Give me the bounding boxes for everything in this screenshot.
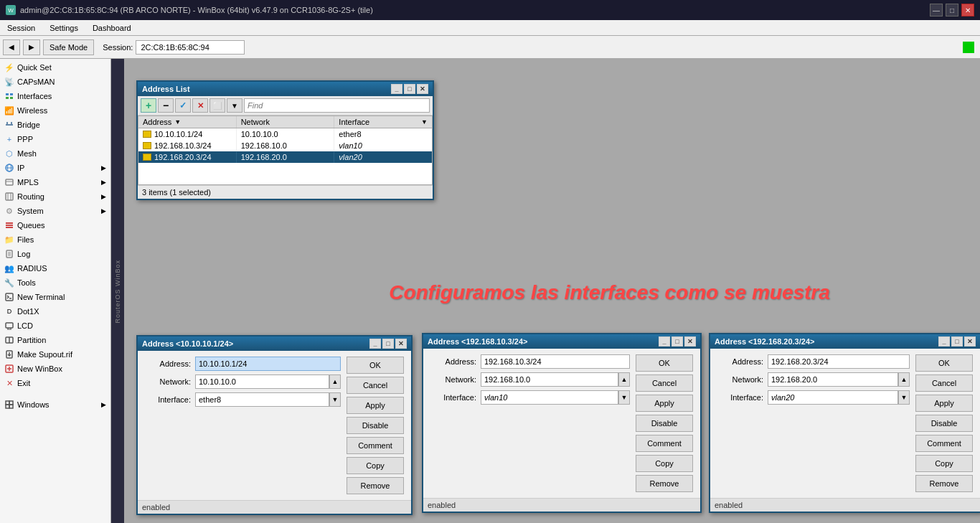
dialog2-close-btn[interactable]: ✕ [684,336,696,347]
sidebar-item-radius[interactable]: 👥 RADIUS [0,261,110,275]
close-button[interactable]: ✕ [961,4,974,17]
addr-list-minimize-btn[interactable]: _ [391,84,402,94]
back-button[interactable]: ◀ [3,39,20,55]
dialog1-cancel-btn[interactable]: Cancel [347,377,404,394]
sidebar-item-mesh[interactable]: ⬡ Mesh [0,146,110,161]
dialog2-apply-btn[interactable]: Apply [636,395,693,412]
dialog2-window-controls[interactable]: _ □ ✕ [659,336,696,347]
forward-button[interactable]: ▶ [23,39,40,55]
addr-list-maximize-btn[interactable]: □ [404,84,415,94]
dialog3-cancel-btn[interactable]: Cancel [915,374,973,392]
sidebar-item-queues[interactable]: Queues [0,218,110,232]
dialog1-window-controls[interactable]: _ □ ✕ [369,339,407,349]
title-bar-controls[interactable]: — □ ✕ [930,4,974,17]
dialog2-interface-select[interactable]: vlan10 [481,390,618,405]
filter-address-btn[interactable]: ▼ [227,98,242,113]
dialog2-maximize-btn[interactable]: □ [672,336,683,347]
dialog3-disable-btn[interactable]: Disable [915,415,973,432]
sidebar-item-partition[interactable]: Partition [0,333,110,347]
dialog1-copy-btn[interactable]: Copy [347,457,404,474]
sidebar-item-wireless[interactable]: 📶 Wireless [0,103,110,118]
dialog1-network-up-btn[interactable]: ▲ [329,374,341,389]
dialog3-close-btn[interactable]: ✕ [964,336,976,347]
dialog2-network-up-btn[interactable]: ▲ [618,372,630,387]
dialog2-copy-btn[interactable]: Copy [636,455,693,472]
dialog1-interface-down-btn[interactable]: ▼ [329,392,341,407]
address-list-window-controls[interactable]: _ □ ✕ [391,84,428,94]
dialog1-apply-btn[interactable]: Apply [347,397,404,414]
terminal-icon [4,292,14,302]
safe-mode-button[interactable]: Safe Mode [43,39,94,55]
sidebar-item-lcd[interactable]: LCD [0,319,110,333]
cross-address-btn[interactable]: ✕ [192,98,208,113]
menu-dashboard[interactable]: Dashboard [85,22,138,34]
sidebar-item-exit[interactable]: ✕ Exit [0,376,110,390]
table-row[interactable]: 192.168.10.3/24 192.168.10.0 vlan10 [138,140,432,151]
sidebar-item-log[interactable]: Log [0,247,110,261]
menu-session[interactable]: Session [0,22,42,34]
minimize-button[interactable]: — [930,4,943,17]
sidebar-item-bridge[interactable]: Bridge [0,118,110,132]
dialog3-maximize-btn[interactable]: □ [951,336,963,347]
sidebar-item-new-winbox[interactable]: New WinBox [0,362,110,376]
dialog2-comment-btn[interactable]: Comment [636,435,693,452]
sidebar-item-mpls[interactable]: MPLS ▶ [0,175,110,189]
dialog1-disable-btn[interactable]: Disable [347,417,404,434]
sidebar-item-make-supout[interactable]: Make Supout.rif [0,347,110,362]
sidebar-item-ip[interactable]: IP ▶ [0,161,110,175]
dialog1-comment-btn[interactable]: Comment [347,437,404,454]
sidebar-item-routing[interactable]: Routing ▶ [0,189,110,204]
dialog3-copy-btn[interactable]: Copy [915,455,973,472]
dialog3-ok-btn[interactable]: OK [915,354,973,372]
dialog1-maximize-btn[interactable]: □ [382,339,394,349]
dialog2-minimize-btn[interactable]: _ [659,336,670,347]
add-address-btn[interactable]: + [141,98,156,113]
sidebar-item-windows[interactable]: Windows ▶ [0,397,110,412]
sidebar-item-ppp[interactable]: + PPP [0,132,110,146]
dialog3-apply-btn[interactable]: Apply [915,395,973,412]
dialog3-window-controls[interactable]: _ □ ✕ [938,336,976,347]
sidebar-item-interfaces[interactable]: Interfaces [0,89,110,103]
dialog3-address-input[interactable] [768,354,910,369]
address-sort-icon: ▼ [174,118,181,126]
dialog3-interface-down-btn[interactable]: ▼ [898,390,910,405]
dialog1-address-input[interactable] [195,357,341,371]
dialog1-ok-btn[interactable]: OK [347,357,404,374]
menu-settings[interactable]: Settings [42,22,85,34]
sidebar-item-capsman[interactable]: 📡 CAPsMAN [0,75,110,89]
sidebar-item-system[interactable]: ⚙ System ▶ [0,204,110,218]
dialog2-interface-label: Interface: [430,393,481,402]
dialog3-minimize-btn[interactable]: _ [938,336,950,347]
dialog1-interface-select[interactable]: ether8 [195,392,329,407]
dialog1-minimize-btn[interactable]: _ [369,339,381,349]
dialog2-cancel-btn[interactable]: Cancel [636,374,693,392]
dialog3-network-input[interactable] [768,372,898,387]
session-input[interactable] [136,40,245,55]
table-row[interactable]: 192.168.20.3/24 192.168.20.0 vlan20 [138,151,432,163]
sidebar-item-quickset[interactable]: ⚡ Quick Set [0,60,110,75]
dialog2-remove-btn[interactable]: Remove [636,475,693,492]
dialog2-network-input[interactable] [481,372,618,387]
maximize-button[interactable]: □ [946,4,958,17]
sidebar-item-new-terminal[interactable]: New Terminal [0,290,110,304]
copy-address-btn[interactable]: ⬜ [209,98,225,113]
dialog1-network-input[interactable] [195,374,329,389]
remove-address-btn[interactable]: − [158,98,174,113]
check-address-btn[interactable]: ✓ [175,98,191,113]
table-row[interactable]: 10.10.10.1/24 10.10.10.0 ether8 [138,128,432,140]
dialog3-network-up-btn[interactable]: ▲ [898,372,910,387]
dialog2-ok-btn[interactable]: OK [636,354,693,372]
sidebar-item-files[interactable]: 📁 Files [0,232,110,247]
dialog3-interface-select[interactable]: vlan20 [768,390,898,405]
dialog1-close-btn[interactable]: ✕ [395,339,407,349]
sidebar-item-tools[interactable]: 🔧 Tools [0,275,110,290]
sidebar-item-dot1x[interactable]: D Dot1X [0,304,110,319]
address-search-input[interactable] [244,98,430,113]
dialog3-comment-btn[interactable]: Comment [915,435,973,452]
dialog2-interface-down-btn[interactable]: ▼ [618,390,630,405]
dialog1-remove-btn[interactable]: Remove [347,477,404,494]
addr-list-close-btn[interactable]: ✕ [417,84,428,94]
dialog2-address-input[interactable] [481,354,630,369]
dialog3-remove-btn[interactable]: Remove [915,475,973,492]
dialog2-disable-btn[interactable]: Disable [636,415,693,432]
